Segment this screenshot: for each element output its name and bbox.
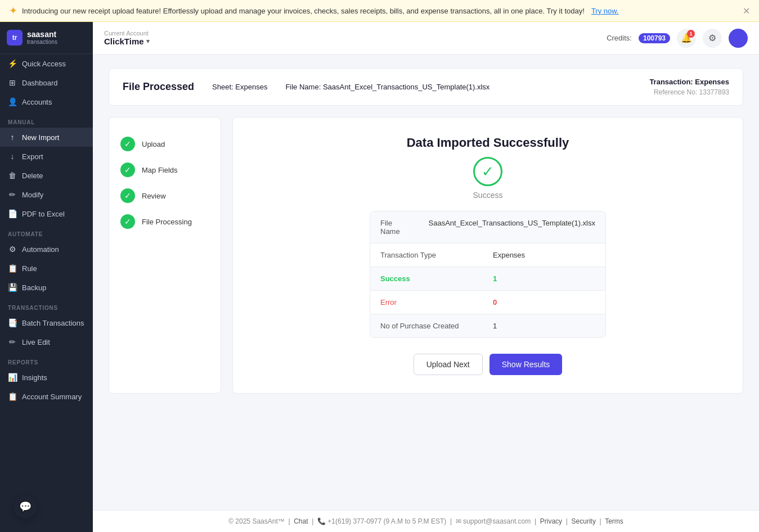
table-key-filename: File Name — [370, 211, 419, 243]
chat-bubble[interactable]: 💬 — [14, 495, 37, 519]
footer-terms-link[interactable]: Terms — [605, 517, 623, 525]
summary-icon: 📋 — [8, 392, 17, 401]
chevron-down-icon: ▾ — [146, 38, 150, 45]
sidebar-item-batch-transactions[interactable]: 📑 Batch Transactions — [0, 313, 93, 332]
result-table: File Name SaasAnt_Excel_Transactions_US_… — [370, 211, 606, 338]
settings-icon: ⚙ — [708, 33, 716, 43]
account-name-dropdown[interactable]: ClickTime ▾ — [104, 37, 150, 46]
step-circle-review: ✓ — [120, 188, 135, 203]
sheet-meta: Sheet: Expenses — [212, 83, 267, 91]
step-circle-upload: ✓ — [120, 137, 135, 151]
header-bar: Current Account ClickTime ▾ Credits: 100… — [93, 22, 759, 55]
sidebar-label-accounts: Accounts — [22, 98, 52, 106]
star-icon: ✦ — [9, 4, 17, 17]
rule-icon: 📋 — [8, 264, 17, 273]
sidebar-item-export[interactable]: ↓ Export — [0, 147, 93, 166]
file-processed-bar: File Processed Sheet: Expenses File Name… — [109, 68, 743, 106]
step-map-fields: ✓ Map Fields — [120, 157, 209, 183]
sidebar-item-delete[interactable]: 🗑 Delete — [0, 166, 93, 185]
table-val-success: 1 — [483, 267, 605, 290]
content-area: ✓ Upload ✓ Map Fields ✓ Review ✓ File Pr… — [109, 117, 743, 394]
result-title: Data Imported Successfully — [407, 136, 569, 150]
step-label-file-processing: File Processing — [142, 218, 192, 226]
stepper-panel: ✓ Upload ✓ Map Fields ✓ Review ✓ File Pr… — [109, 117, 221, 394]
sidebar-item-account-summary[interactable]: 📋 Account Summary — [0, 387, 93, 406]
sidebar-item-live-edit[interactable]: ✏ Live Edit — [0, 332, 93, 351]
sidebar-label-backup: Backup — [22, 283, 46, 292]
logo-product: transactions — [27, 39, 57, 45]
file-processed-title: File Processed — [123, 81, 194, 93]
step-file-processing: ✓ File Processing — [120, 209, 209, 235]
sidebar-item-modify[interactable]: ✏ Modify — [0, 185, 93, 204]
page-footer: © 2025 SaasAnt™ | Chat | 📞 +1(619) 377-0… — [93, 510, 759, 532]
table-key-transaction-type: Transaction Type — [370, 244, 483, 267]
settings-button[interactable]: ⚙ — [703, 29, 722, 48]
sidebar-item-automation[interactable]: ⚙ Automation — [0, 240, 93, 259]
header-right: Credits: 100793 🔔 1 ⚙ — [607, 29, 748, 48]
footer-chat-link[interactable]: Chat — [294, 517, 308, 525]
step-label-upload: Upload — [142, 140, 165, 148]
banner-close-button[interactable]: ✕ — [743, 6, 750, 16]
section-label-reports: REPORTS — [0, 351, 93, 368]
show-results-button[interactable]: Show Results — [489, 354, 563, 375]
fp-right: Transaction: Expenses Reference No: 1337… — [649, 78, 729, 96]
result-check-icon: ✓ — [473, 157, 502, 186]
table-val-filename: SaasAnt_Excel_Transactions_US_Template(1… — [419, 211, 606, 243]
result-status-text: Success — [473, 191, 503, 200]
sidebar-item-accounts[interactable]: 👤 Accounts — [0, 92, 93, 111]
footer-security-link[interactable]: Security — [572, 517, 596, 525]
sidebar-item-new-import[interactable]: ↑ New Import — [0, 128, 93, 147]
sidebar-label-modify: Modify — [22, 191, 43, 199]
pdf-icon: 📄 — [8, 209, 17, 218]
upload-next-button[interactable]: Upload Next — [414, 354, 483, 375]
logo-icon: tr — [7, 30, 23, 46]
step-circle-file-processing: ✓ — [120, 214, 135, 229]
batch-icon: 📑 — [8, 318, 17, 327]
notification-count: 1 — [687, 30, 695, 38]
sidebar-item-pdf-to-excel[interactable]: 📄 PDF to Excel — [0, 204, 93, 223]
sidebar-label-quick-access: Quick Access — [22, 60, 66, 68]
current-account-area: Current Account ClickTime ▾ — [104, 30, 150, 46]
backup-icon: 💾 — [8, 283, 17, 292]
footer-privacy-link[interactable]: Privacy — [540, 517, 562, 525]
table-val-purchase: 1 — [483, 314, 605, 337]
sidebar-item-dashboard[interactable]: ⊞ Dashboard — [0, 73, 93, 92]
sidebar-item-quick-access[interactable]: ⚡ Quick Access — [0, 54, 93, 73]
user-icon: 👤 — [8, 97, 17, 106]
filename-meta: File Name: SaasAnt_Excel_Transactions_US… — [285, 83, 489, 91]
sidebar-label-delete: Delete — [22, 172, 43, 180]
credits-badge: 100793 — [639, 33, 670, 43]
footer-email: ✉ support@saasant.com — [456, 517, 531, 525]
sidebar-label-new-import: New Import — [22, 133, 59, 142]
step-circle-map-fields: ✓ — [120, 163, 135, 177]
notification-button[interactable]: 🔔 1 — [677, 29, 696, 48]
current-account-label: Current Account — [104, 30, 150, 37]
sidebar-label-rule: Rule — [22, 264, 37, 273]
step-review: ✓ Review — [120, 183, 209, 209]
section-label-transactions: TRANSACTIONS — [0, 297, 93, 313]
try-now-link[interactable]: Try now. — [591, 7, 619, 15]
chat-icon: 💬 — [19, 501, 32, 513]
top-banner: ✦ Introducing our new receipt upload fea… — [0, 0, 759, 22]
section-label-automate: AUTOMATE — [0, 223, 93, 240]
sidebar-item-rule[interactable]: 📋 Rule — [0, 259, 93, 278]
sidebar-label-pdf-to-excel: PDF to Excel — [22, 210, 65, 218]
sidebar-label-automation: Automation — [22, 245, 59, 254]
table-row-success: Success 1 — [370, 267, 605, 291]
sidebar-label-export: Export — [22, 152, 43, 161]
table-key-success: Success — [370, 267, 483, 290]
banner-text: Introducing our new receipt upload featu… — [22, 7, 585, 15]
sidebar-item-insights[interactable]: 📊 Insights — [0, 368, 93, 387]
lightning-icon: ⚡ — [8, 59, 17, 68]
sidebar-logo: tr saasant transactions — [0, 22, 93, 54]
table-row-transaction-type: Transaction Type Expenses — [370, 244, 605, 267]
step-label-map-fields: Map Fields — [142, 166, 178, 174]
user-avatar[interactable] — [729, 29, 748, 48]
table-row-filename: File Name SaasAnt_Excel_Transactions_US_… — [370, 211, 605, 244]
sidebar-item-backup[interactable]: 💾 Backup — [0, 278, 93, 297]
credits-label: Credits: — [607, 34, 632, 42]
table-key-error: Error — [370, 291, 483, 314]
grid-icon: ⊞ — [8, 78, 17, 87]
result-panel: Data Imported Successfully ✓ Success Fil… — [232, 117, 743, 394]
sidebar-label-batch-transactions: Batch Transactions — [22, 319, 84, 327]
